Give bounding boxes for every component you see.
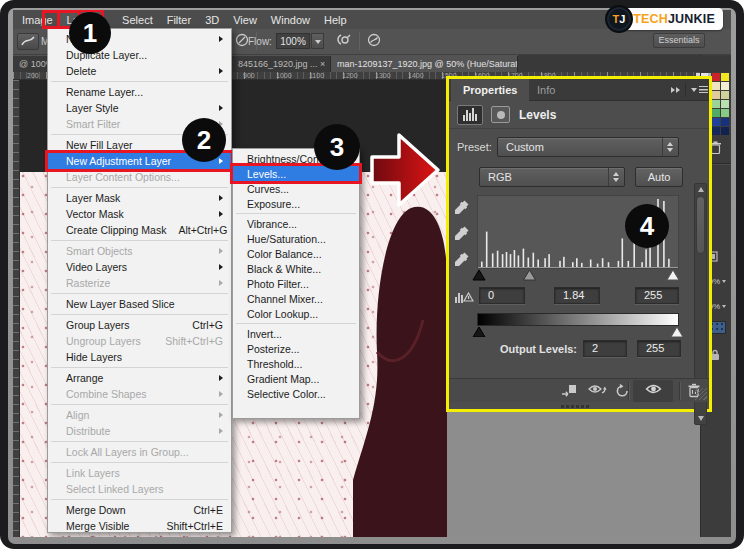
channel-dropdown[interactable]: RGB bbox=[479, 167, 625, 187]
document-tab-2[interactable]: 845166_1920.jpg ... × bbox=[232, 56, 331, 72]
swatch[interactable] bbox=[721, 100, 729, 108]
panel-drag-handle[interactable] bbox=[561, 405, 591, 408]
swatch[interactable] bbox=[712, 109, 720, 117]
swatch[interactable] bbox=[721, 109, 729, 117]
scroll-up-icon[interactable] bbox=[698, 187, 704, 192]
menu-item-invert[interactable]: Invert... bbox=[233, 326, 359, 341]
menu-item-threshold[interactable]: Threshold... bbox=[233, 356, 359, 371]
airbrush-icon[interactable] bbox=[335, 33, 351, 47]
menu-item-layer-mask[interactable]: Layer Mask bbox=[48, 190, 231, 206]
scrollbar-thumb[interactable] bbox=[696, 196, 705, 254]
input-levels-sliders[interactable] bbox=[471, 269, 685, 281]
collapse-panel-icon[interactable] bbox=[671, 87, 681, 93]
mask-icon[interactable] bbox=[491, 106, 510, 123]
resize-grip[interactable] bbox=[695, 388, 707, 400]
menu-item-lock-all-layers-in-group: Lock All Layers in Group... bbox=[48, 444, 231, 460]
menubar-item-select[interactable]: Select bbox=[115, 12, 160, 28]
highlight-input[interactable]: 255 bbox=[635, 287, 679, 304]
menu-item-shortcut: Ctrl+E bbox=[194, 504, 223, 516]
menu-item-hide-layers[interactable]: Hide Layers bbox=[48, 349, 231, 365]
menu-item-color-balance[interactable]: Color Balance... bbox=[233, 246, 359, 261]
menu-item-selective-color[interactable]: Selective Color... bbox=[233, 386, 359, 401]
menu-item-channel-mixer[interactable]: Channel Mixer... bbox=[233, 291, 359, 306]
menu-item-photo-filter[interactable]: Photo Filter... bbox=[233, 276, 359, 291]
menubar-item-view[interactable]: View bbox=[226, 12, 264, 28]
swatch[interactable] bbox=[712, 127, 720, 135]
menu-item-delete[interactable]: Delete bbox=[48, 63, 231, 79]
swatch[interactable] bbox=[712, 118, 720, 126]
menubar-item-window[interactable]: Window bbox=[264, 12, 317, 28]
logo-badge: TJ bbox=[605, 5, 633, 33]
menubar-item-3d[interactable]: 3D bbox=[198, 12, 226, 28]
menu-item-gradient-map[interactable]: Gradient Map... bbox=[233, 371, 359, 386]
menu-item-rename-layer[interactable]: Rename Layer... bbox=[48, 84, 231, 100]
menu-item-duplicate-layer[interactable]: Duplicate Layer... bbox=[48, 47, 231, 63]
menu-item-layer-style[interactable]: Layer Style bbox=[48, 100, 231, 116]
menu-item-distribute: Distribute bbox=[48, 423, 231, 439]
menu-item-ungroup-layers: Ungroup LayersShift+Ctrl+G bbox=[48, 333, 231, 349]
gray-point-eyedropper-icon[interactable] bbox=[454, 225, 470, 241]
menu-item-vibrance[interactable]: Vibrance... bbox=[233, 216, 359, 231]
flow-value[interactable]: 100% bbox=[276, 33, 310, 49]
swatch[interactable] bbox=[712, 91, 720, 99]
brush-icon[interactable] bbox=[235, 33, 249, 47]
white-point-eyedropper-icon[interactable] bbox=[454, 251, 470, 267]
menu-item-create-clipping-mask[interactable]: Create Clipping MaskAlt+Ctrl+G bbox=[48, 222, 231, 238]
output-black-slider[interactable] bbox=[473, 327, 485, 337]
menu-item-label: Delete bbox=[66, 65, 211, 77]
vertical-ruler bbox=[13, 80, 20, 537]
swatch[interactable] bbox=[721, 127, 729, 135]
menu-item-posterize[interactable]: Posterize... bbox=[233, 341, 359, 356]
tool-preset-icon[interactable] bbox=[17, 33, 39, 50]
shadow-input[interactable]: 0 bbox=[479, 287, 525, 304]
output-white-slider[interactable] bbox=[671, 327, 683, 337]
menu-item-curves[interactable]: Curves... bbox=[233, 181, 359, 196]
menu-item-video-layers[interactable]: Video Layers bbox=[48, 259, 231, 275]
histogram-refresh-warning-icon[interactable] bbox=[454, 289, 474, 308]
swatch[interactable] bbox=[712, 73, 720, 81]
black-point-eyedropper-icon[interactable] bbox=[454, 199, 470, 215]
menu-item-group-layers[interactable]: Group LayersCtrl+G bbox=[48, 317, 231, 333]
output-levels-sliders[interactable] bbox=[471, 326, 685, 337]
menu-item-hue-saturation[interactable]: Hue/Saturation... bbox=[233, 231, 359, 246]
workspace-button[interactable]: Essentials bbox=[653, 33, 705, 48]
output-black-input[interactable]: 2 bbox=[583, 340, 627, 357]
ruler-number: 1000 bbox=[276, 72, 292, 79]
clip-to-layer-icon[interactable] bbox=[561, 383, 577, 397]
swatch[interactable] bbox=[721, 118, 729, 126]
menu-item-new-layer-based-slice[interactable]: New Layer Based Slice bbox=[48, 296, 231, 312]
view-previous-state-icon[interactable] bbox=[587, 383, 607, 397]
brush-pressure-icon[interactable] bbox=[367, 33, 381, 47]
swatch[interactable] bbox=[712, 100, 720, 108]
scroll-down-icon[interactable] bbox=[698, 416, 704, 421]
flow-dropdown-icon[interactable] bbox=[311, 33, 324, 49]
menu-item-label: Distribute bbox=[66, 425, 211, 437]
menu-item-black-white[interactable]: Black & White... bbox=[233, 261, 359, 276]
white-point-slider[interactable] bbox=[667, 270, 679, 280]
auto-button[interactable]: Auto bbox=[635, 167, 683, 187]
menubar-item-filter[interactable]: Filter bbox=[160, 12, 198, 28]
menu-item-merge-down[interactable]: Merge DownCtrl+E bbox=[48, 502, 231, 518]
gamma-slider[interactable] bbox=[524, 270, 536, 280]
swatch[interactable] bbox=[712, 82, 720, 90]
tab-properties[interactable]: Properties bbox=[451, 79, 529, 101]
menu-item-exposure[interactable]: Exposure... bbox=[233, 196, 359, 211]
swatch[interactable] bbox=[721, 73, 729, 81]
submenu-arrow-icon bbox=[219, 68, 223, 74]
tab-info[interactable]: Info bbox=[525, 79, 567, 101]
swatch[interactable] bbox=[721, 91, 729, 99]
midtone-input[interactable]: 1.84 bbox=[554, 287, 600, 304]
menu-item-merge-visible[interactable]: Merge VisibleShift+Ctrl+E bbox=[48, 518, 231, 534]
black-point-slider[interactable] bbox=[473, 270, 485, 280]
panel-menu-icon[interactable] bbox=[691, 86, 708, 93]
document-tab-3[interactable]: man-1209137_1920.jpg @ 50% (Hue/Saturati… bbox=[331, 56, 518, 72]
preset-dropdown[interactable]: Custom bbox=[497, 137, 679, 157]
menu-item-vector-mask[interactable]: Vector Mask bbox=[48, 206, 231, 222]
menu-item-arrange[interactable]: Arrange bbox=[48, 370, 231, 386]
visibility-toggle-box[interactable] bbox=[633, 380, 673, 402]
levels-adjustment-icon[interactable] bbox=[457, 105, 483, 125]
swatch[interactable] bbox=[721, 82, 729, 90]
menubar-item-help[interactable]: Help bbox=[317, 12, 354, 28]
menu-item-color-lookup[interactable]: Color Lookup... bbox=[233, 306, 359, 321]
output-white-input[interactable]: 255 bbox=[637, 340, 681, 357]
